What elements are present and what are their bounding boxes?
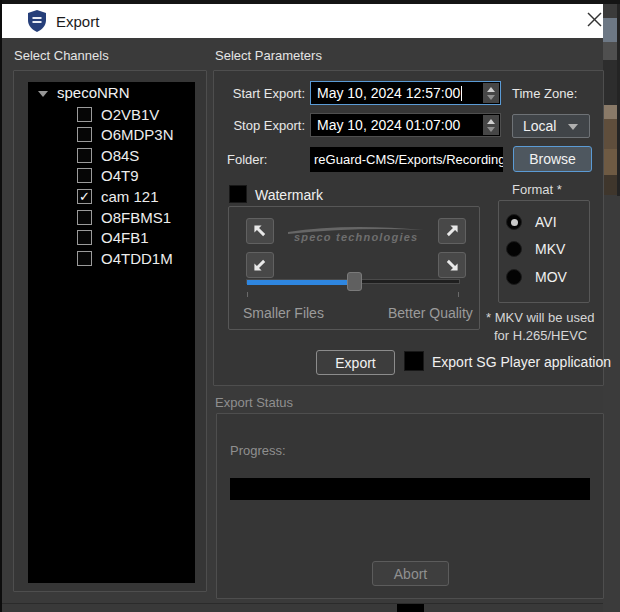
format-option-mov[interactable]: MOV [506, 269, 567, 285]
channel-name[interactable]: O4T9 [101, 167, 139, 184]
select-channels-heading: Select Channels [14, 48, 109, 63]
channel-row: ✓cam 121 [77, 186, 159, 206]
start-export-input[interactable]: May 10, 2024 12:57:00 [310, 81, 501, 105]
channel-name[interactable]: O4TDD1M [101, 250, 173, 267]
better-quality-label: Better Quality [388, 305, 473, 321]
channel-checkbox[interactable] [77, 148, 92, 163]
stop-export-input[interactable]: May 10, 2024 01:07:00 [310, 113, 501, 137]
arrow-up-left-icon [252, 223, 268, 239]
format-heading: Format * [512, 182, 562, 197]
time-zone-select[interactable]: Local [512, 114, 590, 138]
arrow-up-right-icon [444, 223, 460, 239]
abort-button[interactable]: Abort [372, 561, 449, 586]
channel-row: O8FBMS1 [77, 207, 171, 227]
spin-down-icon[interactable] [487, 127, 495, 132]
secure-guard-shield-icon [28, 10, 46, 32]
channel-row: O2VB1V [77, 104, 159, 124]
quality-slider-fill [247, 280, 349, 285]
radio-icon[interactable] [506, 269, 522, 285]
channel-checkbox[interactable] [77, 168, 92, 183]
channel-name[interactable]: O4FB1 [101, 229, 149, 246]
channel-name[interactable]: O2VB1V [101, 106, 159, 123]
tree-expand-icon[interactable] [38, 91, 48, 97]
channel-name[interactable]: O6MDP3N [101, 126, 174, 143]
tree-root-node[interactable]: specoNRN [57, 84, 130, 101]
browse-button[interactable]: Browse [513, 146, 592, 172]
spin-up-icon[interactable] [487, 87, 495, 92]
folder-label: Folder: [227, 152, 267, 167]
format-option-label: MOV [535, 269, 567, 285]
svg-text:speco technologies: speco technologies [294, 231, 418, 243]
format-note-line2: for H.265/HEVC [494, 328, 603, 343]
speco-technologies-watermark-logo: speco technologies [286, 222, 426, 248]
smaller-files-label: Smaller Files [243, 305, 324, 321]
channel-checkbox[interactable] [77, 210, 92, 225]
export-sg-player-checkbox[interactable] [404, 351, 424, 371]
start-export-spinner[interactable] [483, 83, 499, 103]
export-dialog-screen: Export Select Channels specoNRN O2VB1VO6… [0, 0, 620, 612]
close-icon[interactable] [587, 12, 602, 27]
spin-up-icon[interactable] [487, 119, 495, 124]
watermark-top-right-button[interactable] [438, 218, 466, 244]
spin-down-icon[interactable] [487, 95, 495, 100]
select-parameters-heading: Select Parameters [215, 48, 322, 63]
watermark-top-left-button[interactable] [246, 218, 274, 244]
export-status-heading: Export Status [215, 395, 293, 410]
channel-name[interactable]: O8FBMS1 [101, 209, 171, 226]
format-note-line1: * MKV will be used [486, 310, 603, 325]
channel-row: O6MDP3N [77, 125, 174, 145]
progress-bar [230, 478, 590, 500]
channel-checkbox[interactable] [77, 251, 92, 266]
slider-tick-left [247, 292, 248, 297]
time-zone-label: Time Zone: [512, 86, 577, 101]
radio-icon[interactable] [506, 214, 522, 230]
export-sg-player-label: Export SG Player application [432, 354, 611, 370]
watermark-label: Watermark [255, 187, 323, 203]
export-button[interactable]: Export [316, 350, 395, 375]
quality-slider-handle[interactable] [347, 272, 362, 291]
channel-row: O4TDD1M [77, 248, 173, 268]
chevron-down-icon [568, 124, 578, 130]
channel-checkbox[interactable] [77, 107, 92, 122]
channel-checkbox[interactable] [77, 127, 92, 142]
stop-export-spinner[interactable] [483, 115, 499, 135]
start-export-label: Start Export: [227, 86, 305, 101]
channel-row: O84S [77, 145, 139, 165]
channel-row: O4FB1 [77, 228, 149, 248]
watermark-bottom-left-button[interactable] [246, 252, 274, 278]
text-caret [461, 86, 462, 101]
channel-row: O4T9 [77, 166, 139, 186]
channel-name[interactable]: O84S [101, 147, 139, 164]
radio-icon[interactable] [506, 241, 522, 257]
watermark-checkbox[interactable] [229, 185, 247, 203]
format-option-label: MKV [535, 241, 565, 257]
format-option-label: AVI [535, 214, 557, 230]
channel-checkbox[interactable]: ✓ [77, 189, 92, 204]
arrow-down-right-icon [444, 257, 460, 273]
slider-tick-right [458, 292, 459, 297]
progress-label: Progress: [230, 443, 286, 458]
underlying-app-bottom-edge [2, 603, 603, 612]
format-option-mkv[interactable]: MKV [506, 241, 565, 257]
underlying-app-bottom-marker [397, 604, 424, 612]
watermark-bottom-right-button[interactable] [438, 252, 466, 278]
channel-checkbox[interactable] [77, 230, 92, 245]
format-option-avi[interactable]: AVI [506, 214, 557, 230]
channel-name[interactable]: cam 121 [101, 188, 159, 205]
folder-input[interactable]: reGuard-CMS/Exports/Recordings [310, 147, 503, 172]
window-title: Export [56, 13, 99, 30]
stop-export-label: Stop Export: [227, 118, 305, 133]
arrow-down-left-icon [252, 257, 268, 273]
